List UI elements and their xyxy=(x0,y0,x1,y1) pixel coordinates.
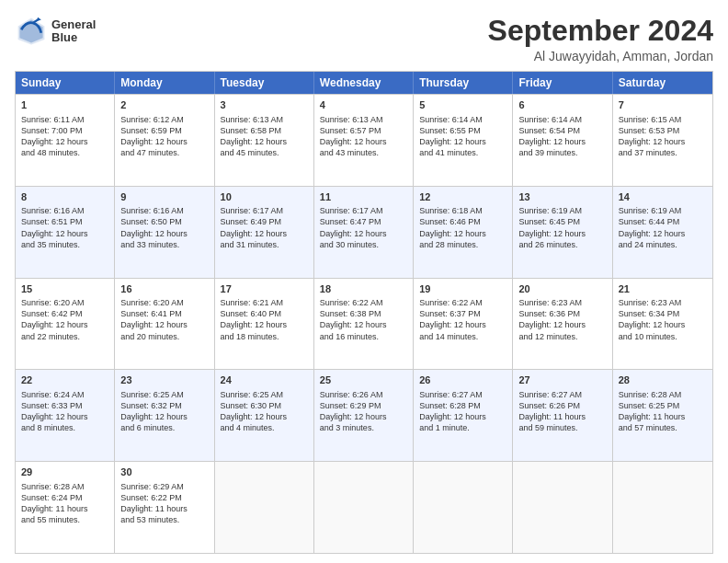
title-block: September 2024 Al Juwayyidah, Amman, Jor… xyxy=(488,15,713,63)
day-empty-5 xyxy=(613,462,712,553)
logo-icon xyxy=(15,15,48,48)
day-15: 15 Sunrise: 6:20 AM Sunset: 6:42 PM Dayl… xyxy=(16,279,115,370)
header-saturday: Saturday xyxy=(613,72,712,94)
logo-line2: Blue xyxy=(51,31,96,44)
header-friday: Friday xyxy=(513,72,612,94)
day-17: 17 Sunrise: 6:21 AM Sunset: 6:40 PM Dayl… xyxy=(215,279,314,370)
day-29: 29 Sunrise: 6:28 AM Sunset: 6:24 PM Dayl… xyxy=(16,462,115,553)
day-3: 3 Sunrise: 6:13 AM Sunset: 6:58 PM Dayli… xyxy=(215,95,314,186)
week-row-1: 1 Sunrise: 6:11 AM Sunset: 7:00 PM Dayli… xyxy=(16,94,712,186)
day-30: 30 Sunrise: 6:29 AM Sunset: 6:22 PM Dayl… xyxy=(115,462,214,553)
day-28: 28 Sunrise: 6:28 AM Sunset: 6:25 PM Dayl… xyxy=(613,370,712,461)
day-empty-2 xyxy=(314,462,414,553)
logo-line1: General xyxy=(51,18,96,31)
day-20: 20 Sunrise: 6:23 AM Sunset: 6:36 PM Dayl… xyxy=(513,279,612,370)
day-10: 10 Sunrise: 6:17 AM Sunset: 6:49 PM Dayl… xyxy=(215,187,314,278)
logo: General Blue xyxy=(15,15,96,48)
day-empty-1 xyxy=(215,462,314,553)
calendar-header: Sunday Monday Tuesday Wednesday Thursday… xyxy=(16,72,712,94)
header-monday: Monday xyxy=(115,72,214,94)
day-16: 16 Sunrise: 6:20 AM Sunset: 6:41 PM Dayl… xyxy=(115,279,214,370)
day-1: 1 Sunrise: 6:11 AM Sunset: 7:00 PM Dayli… xyxy=(16,95,115,186)
day-5: 5 Sunrise: 6:14 AM Sunset: 6:55 PM Dayli… xyxy=(414,95,513,186)
day-empty-4 xyxy=(513,462,612,553)
day-8: 8 Sunrise: 6:16 AM Sunset: 6:51 PM Dayli… xyxy=(16,187,115,278)
day-4: 4 Sunrise: 6:13 AM Sunset: 6:57 PM Dayli… xyxy=(314,95,414,186)
day-11: 11 Sunrise: 6:17 AM Sunset: 6:47 PM Dayl… xyxy=(314,187,414,278)
day-7: 7 Sunrise: 6:15 AM Sunset: 6:53 PM Dayli… xyxy=(613,95,712,186)
week-row-3: 15 Sunrise: 6:20 AM Sunset: 6:42 PM Dayl… xyxy=(16,278,712,370)
day-14: 14 Sunrise: 6:19 AM Sunset: 6:44 PM Dayl… xyxy=(613,187,712,278)
day-27: 27 Sunrise: 6:27 AM Sunset: 6:26 PM Dayl… xyxy=(513,370,612,461)
week-row-2: 8 Sunrise: 6:16 AM Sunset: 6:51 PM Dayli… xyxy=(16,186,712,278)
header-sunday: Sunday xyxy=(16,72,115,94)
day-26: 26 Sunrise: 6:27 AM Sunset: 6:28 PM Dayl… xyxy=(414,370,513,461)
day-25: 25 Sunrise: 6:26 AM Sunset: 6:29 PM Dayl… xyxy=(314,370,414,461)
calendar-body: 1 Sunrise: 6:11 AM Sunset: 7:00 PM Dayli… xyxy=(16,94,712,553)
day-23: 23 Sunrise: 6:25 AM Sunset: 6:32 PM Dayl… xyxy=(115,370,214,461)
header: General Blue September 2024 Al Juwayyida… xyxy=(15,15,713,63)
day-13: 13 Sunrise: 6:19 AM Sunset: 6:45 PM Dayl… xyxy=(513,187,612,278)
day-19: 19 Sunrise: 6:22 AM Sunset: 6:37 PM Dayl… xyxy=(414,279,513,370)
day-21: 21 Sunrise: 6:23 AM Sunset: 6:34 PM Dayl… xyxy=(613,279,712,370)
calendar: Sunday Monday Tuesday Wednesday Thursday… xyxy=(15,71,713,554)
day-24: 24 Sunrise: 6:25 AM Sunset: 6:30 PM Dayl… xyxy=(215,370,314,461)
day-empty-3 xyxy=(414,462,513,553)
main-title: September 2024 xyxy=(488,15,713,47)
page: General Blue September 2024 Al Juwayyida… xyxy=(0,0,728,563)
day-2: 2 Sunrise: 6:12 AM Sunset: 6:59 PM Dayli… xyxy=(115,95,214,186)
week-row-4: 22 Sunrise: 6:24 AM Sunset: 6:33 PM Dayl… xyxy=(16,369,712,461)
subtitle: Al Juwayyidah, Amman, Jordan xyxy=(488,49,713,63)
day-18: 18 Sunrise: 6:22 AM Sunset: 6:38 PM Dayl… xyxy=(314,279,414,370)
day-6: 6 Sunrise: 6:14 AM Sunset: 6:54 PM Dayli… xyxy=(513,95,612,186)
header-thursday: Thursday xyxy=(414,72,513,94)
day-12: 12 Sunrise: 6:18 AM Sunset: 6:46 PM Dayl… xyxy=(414,187,513,278)
header-tuesday: Tuesday xyxy=(215,72,314,94)
day-9: 9 Sunrise: 6:16 AM Sunset: 6:50 PM Dayli… xyxy=(115,187,214,278)
header-wednesday: Wednesday xyxy=(314,72,414,94)
week-row-5: 29 Sunrise: 6:28 AM Sunset: 6:24 PM Dayl… xyxy=(16,461,712,553)
day-22: 22 Sunrise: 6:24 AM Sunset: 6:33 PM Dayl… xyxy=(16,370,115,461)
